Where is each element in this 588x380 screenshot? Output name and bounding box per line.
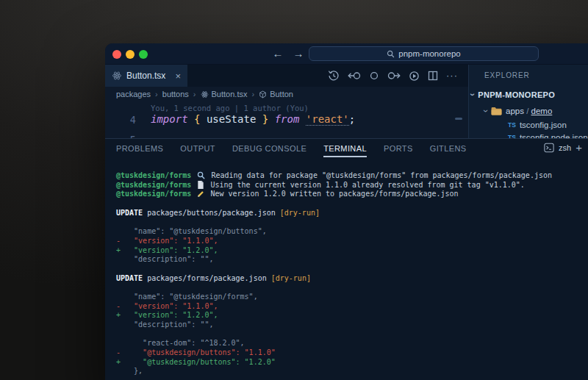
code-token [188, 113, 194, 125]
code-token: useState [200, 113, 262, 125]
desktop-background: ← → pnpm-monorepo Button.tsx × [0, 0, 588, 380]
breadcrumb-buttons[interactable]: buttons [162, 90, 189, 98]
terminal-line [116, 330, 552, 340]
gitlens-blame-annotation: You, 1 second ago | 1 author (You) [151, 104, 309, 112]
panel-tab-problems[interactable]: PROBLEMS [116, 144, 163, 153]
terminal-output[interactable]: @tuskdesign/forms Reading data for packa… [116, 171, 552, 376]
next-change-icon[interactable] [387, 71, 401, 81]
shell-name: zsh [559, 143, 571, 152]
explorer-file-tsconfig-node-json[interactable]: TS tsconfig.node.json [508, 133, 588, 138]
terminal-line: "react-dom": "^18.2.0", [116, 339, 552, 348]
terminal-line: - "@tuskdesign/buttons": "1.1.0" [116, 348, 552, 358]
chevron-down-icon: › [482, 110, 490, 112]
terminal-line: + "@tuskdesign/buttons": "1.2.0" [116, 358, 552, 368]
panel-tab-debug-console[interactable]: DEBUG CONSOLE [232, 144, 306, 153]
editor-actions: ··· [328, 70, 458, 82]
terminal-line: + "version": "1.2.0", [116, 311, 552, 320]
code-token: 'react' [306, 113, 349, 126]
tab-label: Button.tsx [126, 71, 165, 81]
explorer-sidebar: EXPLORER › PNPM-MONOREPO › apps / demo T… [468, 65, 588, 138]
terminal-instance[interactable]: zsh + [544, 143, 582, 153]
breadcrumb: packages › buttons › Button.tsx › Button [105, 87, 468, 101]
terminal-line [116, 218, 552, 227]
react-icon [201, 90, 209, 98]
terminal-line: }, [116, 367, 552, 376]
folder-icon [491, 107, 502, 115]
terminal-line: + "version": "1.2.0", [116, 246, 552, 256]
chevron-down-icon: › [469, 93, 476, 96]
terminal-line: @tuskdesign/forms Using the current vers… [116, 181, 552, 190]
code-line: import { useState } from 'react'; [151, 113, 355, 125]
react-icon [112, 71, 122, 81]
terminal-line: - "version": "1.1.0", [116, 237, 552, 246]
terminal-line: UPDATE packages/buttons/package.json [dr… [116, 209, 552, 218]
explorer-header: EXPLORER [484, 71, 530, 79]
terminal-line [116, 265, 552, 274]
terminal-icon [544, 143, 554, 153]
code-token: } [262, 113, 268, 125]
split-editor-icon[interactable] [428, 71, 438, 81]
more-actions-icon[interactable]: ··· [446, 70, 458, 82]
minimize-window-button[interactable] [126, 50, 135, 59]
editor-code-area[interactable]: You, 1 second ago | 1 author (You) 4 imp… [105, 101, 468, 138]
previous-change-icon[interactable] [348, 71, 361, 81]
line-number: 4 [120, 114, 136, 126]
panel-tab-output[interactable]: OUTPUT [180, 144, 215, 153]
symbol-class-icon [259, 90, 267, 98]
command-center-search[interactable]: pnpm-monorepo [309, 46, 539, 61]
terminal-line: @tuskdesign/forms Reading data for packa… [116, 171, 552, 181]
search-icon [387, 50, 395, 58]
editor-window: ← → pnpm-monorepo Button.tsx × [105, 43, 588, 380]
window-titlebar[interactable]: ← → pnpm-monorepo [105, 43, 588, 65]
new-terminal-icon[interactable]: + [576, 143, 582, 153]
panel-tab-gitlens[interactable]: GITLENS [430, 144, 467, 153]
terminal-line: "name": "@tuskdesign/forms", [116, 293, 552, 302]
explorer-file-tsconfig-json[interactable]: TS tsconfig.json [508, 121, 567, 129]
terminal-line [116, 199, 552, 209]
breadcrumb-separator: › [251, 90, 254, 98]
breadcrumb-separator: › [155, 90, 158, 98]
scrollbar-thumb[interactable] [455, 118, 462, 120]
breadcrumb-button-symbol[interactable]: Button [259, 90, 293, 98]
code-token [268, 113, 274, 125]
terminal-line: "description": "", [116, 255, 552, 265]
breadcrumb-packages[interactable]: packages [116, 90, 151, 98]
code-token: from [275, 113, 300, 125]
search-emoji-icon [197, 171, 205, 179]
search-value: pnpm-monorepo [398, 49, 460, 58]
explorer-root-pnpm-monorepo[interactable]: › PNPM-MONOREPO [471, 90, 555, 99]
timeline-history-icon[interactable] [328, 70, 340, 82]
code-token [299, 113, 305, 125]
page-emoji-icon [197, 181, 204, 189]
bottom-panel: PROBLEMSOUTPUTDEBUG CONSOLETERMINALPORTS… [105, 138, 588, 380]
terminal-line: - "version": "1.1.0", [116, 302, 552, 312]
breadcrumb-separator: › [193, 90, 196, 98]
zoom-window-button[interactable] [139, 50, 148, 59]
terminal-line: UPDATE packages/forms/package.json [dry-… [116, 274, 552, 284]
editor-tabstrip: Button.tsx × ··· [105, 65, 468, 87]
navigate-forward-button[interactable]: → [292, 46, 305, 61]
terminal-line: @tuskdesign/forms New version 1.2.0 writ… [116, 190, 552, 199]
changes-circle-icon[interactable] [369, 71, 379, 81]
code-token: import [151, 113, 188, 125]
terminal-line: "name": "@tuskdesign/buttons", [116, 227, 552, 237]
pencil-emoji-icon [197, 190, 204, 198]
close-window-button[interactable] [112, 50, 121, 59]
terminal-line: "description": "", [116, 320, 552, 330]
close-tab-icon[interactable]: × [175, 71, 181, 81]
editor-group: Button.tsx × ··· packages [105, 65, 468, 138]
explorer-folder-apps-demo[interactable]: › apps / demo [484, 107, 552, 115]
ts-file-icon: TS [508, 121, 516, 129]
breadcrumb-button-tsx[interactable]: Button.tsx [201, 90, 248, 98]
terminal-line [116, 283, 552, 293]
run-file-icon[interactable] [409, 71, 420, 82]
panel-tab-terminal[interactable]: TERMINAL [323, 144, 367, 153]
traffic-lights [112, 50, 148, 59]
code-token: ; [349, 113, 355, 125]
panel-tab-ports[interactable]: PORTS [384, 144, 413, 153]
navigate-back-button[interactable]: ← [271, 46, 284, 61]
panel-tab-list: PROBLEMSOUTPUTDEBUG CONSOLETERMINALPORTS… [116, 144, 467, 153]
tab-button-tsx[interactable]: Button.tsx × [105, 65, 187, 87]
main-row: Button.tsx × ··· packages [105, 65, 588, 138]
